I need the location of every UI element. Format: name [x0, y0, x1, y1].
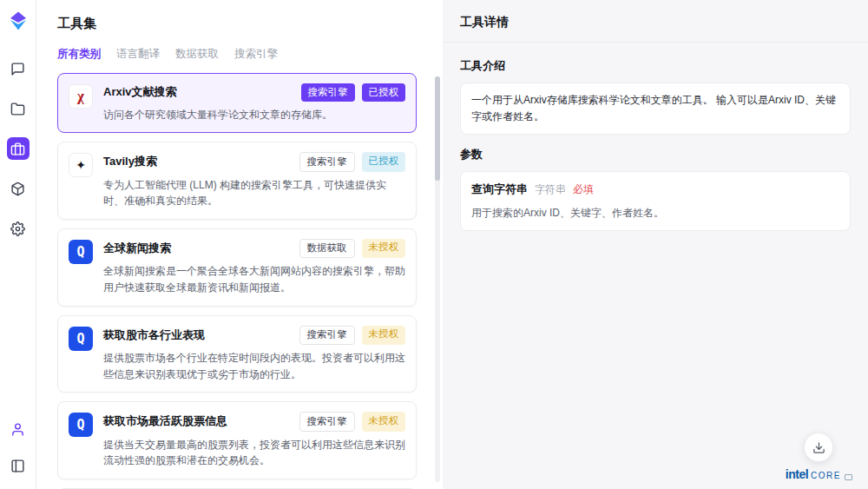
app-window: 工具集 所有类别 语言翻译 数据获取 搜索引擎 χ Arxiv文献搜索 搜索引擎…	[0, 0, 868, 489]
tool-card-tavily[interactable]: ✦ Tavily搜索 搜索引擎 已授权 专为人工智能代理 (LLM) 构建的搜索…	[57, 142, 417, 220]
category-badge: 搜索引擎	[299, 152, 355, 172]
sidebar-item-settings[interactable]	[7, 217, 30, 240]
auth-status-badge: 已授权	[362, 152, 406, 172]
tool-card-body: Arxiv文献搜索 搜索引擎 已授权 访问各个研究领域大量科学论文和文章的存储库…	[103, 83, 405, 122]
category-badge: 搜索引擎	[299, 412, 355, 432]
tool-name: Tavily搜索	[103, 154, 157, 169]
download-button[interactable]	[804, 433, 833, 462]
download-icon	[812, 441, 825, 454]
tool-description: 提供当天交易量最高的股票列表，投资者可以利用这些信息来识别流动性强的股票和潜在的…	[103, 437, 405, 469]
tool-description: 全球新闻搜索是一个聚合全球各大新闻网站内容的搜索引擎，帮助用户快速获取全球最新资…	[103, 263, 405, 295]
tab-search-engine[interactable]: 搜索引擎	[234, 47, 278, 62]
tool-card-list: χ Arxiv文献搜索 搜索引擎 已授权 访问各个研究领域大量科学论文和文章的存…	[36, 73, 443, 489]
intel-chip-mark	[845, 474, 852, 480]
tool-name: Arxiv文献搜索	[103, 84, 177, 100]
rail-bottom	[7, 418, 30, 477]
sidebar-item-files[interactable]	[7, 97, 30, 120]
intro-section-title: 工具介绍	[460, 58, 851, 74]
param-required-flag: 必填	[573, 182, 594, 198]
params-section-title: 参数	[460, 147, 851, 162]
intel-brand-text: intel	[786, 468, 808, 480]
tool-name: 获取股市各行业表现	[103, 327, 205, 343]
scrollbar-thumb[interactable]	[435, 76, 440, 181]
param-description: 用于搜索的Arxiv ID、关键字、作者姓名。	[471, 205, 839, 221]
tool-card-sector-performance[interactable]: Q 获取股市各行业表现 搜索引擎 未授权 提供股票市场各个行业在特定时间段内的表…	[57, 315, 417, 393]
page-title: 工具集	[36, 0, 443, 32]
tool-card-arxiv[interactable]: χ Arxiv文献搜索 搜索引擎 已授权 访问各个研究领域大量科学论文和文章的存…	[57, 73, 417, 133]
tool-card-body: 全球新闻搜索 数据获取 未授权 全球新闻搜索是一个聚合全球各大新闻网站内容的搜索…	[103, 239, 405, 296]
category-badge: 搜索引擎	[299, 326, 355, 346]
stock-service-logo-icon: Q	[69, 327, 93, 351]
intel-core-logo: intel CORE	[786, 468, 852, 480]
list-scrollbar	[435, 76, 440, 482]
auth-status-badge: 未授权	[362, 239, 406, 259]
news-service-logo-icon: Q	[69, 240, 93, 264]
intel-core-text: CORE	[811, 471, 841, 480]
box-icon	[10, 182, 25, 196]
tab-all-categories[interactable]: 所有类别	[57, 47, 101, 62]
detail-title: 工具详情	[443, 0, 868, 43]
tool-name: 获取市场最活跃股票信息	[103, 413, 227, 429]
intro-text: 一个用于从Arxiv存储库搜索科学论文和文章的工具。 输入可以是Arxiv ID…	[471, 94, 836, 122]
tab-translation[interactable]: 语言翻译	[116, 47, 160, 62]
tool-card-body: Tavily搜索 搜索引擎 已授权 专为人工智能代理 (LLM) 构建的搜索引擎…	[103, 152, 405, 209]
category-tabs: 所有类别 语言翻译 数据获取 搜索引擎	[36, 32, 443, 73]
folder-icon	[10, 102, 25, 116]
tool-name: 全球新闻搜索	[103, 241, 171, 256]
auth-status-badge: 未授权	[362, 326, 406, 346]
tool-card-global-news[interactable]: Q 全球新闻搜索 数据获取 未授权 全球新闻搜索是一个聚合全球各大新闻网站内容的…	[57, 228, 417, 307]
arxiv-logo-icon: χ	[69, 84, 93, 109]
gear-icon	[10, 221, 25, 236]
tool-card-body: 获取市场最活跃股票信息 搜索引擎 未授权 提供当天交易量最高的股票列表，投资者可…	[103, 412, 405, 469]
tool-description: 访问各个研究领域大量科学论文和文章的存储库。	[103, 107, 405, 123]
tool-description: 专为人工智能代理 (LLM) 构建的搜索引擎工具，可快速提供实时、准确和真实的结…	[103, 177, 405, 209]
panel-icon	[10, 459, 25, 473]
sidebar-item-account[interactable]	[7, 418, 30, 440]
rail-nav	[7, 57, 30, 240]
gem-logo-icon	[8, 10, 29, 31]
tool-detail-panel: 工具详情 工具介绍 一个用于从Arxiv存储库搜索科学论文和文章的工具。 输入可…	[443, 0, 868, 489]
user-icon	[10, 422, 25, 437]
param-type: 字符串	[535, 182, 566, 198]
tool-description: 提供股票市场各个行业在特定时间段内的表现。投资者可以利用这些信息来识别表现优于或…	[103, 350, 405, 382]
sidebar-item-collapse[interactable]	[7, 454, 30, 477]
chat-icon	[10, 62, 25, 76]
stock-service-logo-icon: Q	[69, 413, 93, 437]
category-badge: 搜索引擎	[301, 83, 355, 102]
tab-data-fetch[interactable]: 数据获取	[175, 47, 219, 62]
tool-card-most-active-stocks[interactable]: Q 获取市场最活跃股票信息 搜索引擎 未授权 提供当天交易量最高的股票列表，投资…	[57, 401, 417, 479]
sidebar-item-tools[interactable]	[7, 137, 30, 160]
floating-controls: intel CORE	[786, 433, 852, 480]
briefcase-icon	[10, 142, 25, 156]
app-logo	[8, 10, 29, 31]
auth-status-badge: 已授权	[362, 83, 406, 102]
tool-list-panel: 工具集 所有类别 语言翻译 数据获取 搜索引擎 χ Arxiv文献搜索 搜索引擎…	[36, 0, 443, 489]
category-badge: 数据获取	[299, 239, 355, 259]
icon-rail	[0, 0, 36, 489]
sparkle-icon: ✦	[69, 153, 93, 177]
intro-card: 一个用于从Arxiv存储库搜索科学论文和文章的工具。 输入可以是Arxiv ID…	[460, 83, 851, 135]
tool-card-body: 获取股市各行业表现 搜索引擎 未授权 提供股票市场各个行业在特定时间段内的表现。…	[103, 326, 405, 383]
auth-status-badge: 未授权	[362, 412, 406, 432]
sidebar-item-chat[interactable]	[7, 57, 30, 80]
param-name: 查询字符串	[471, 181, 528, 199]
detail-body: 工具介绍 一个用于从Arxiv存储库搜索科学论文和文章的工具。 输入可以是Arx…	[443, 43, 868, 248]
param-card: 查询字符串 字符串 必填 用于搜索的Arxiv ID、关键字、作者姓名。	[460, 171, 851, 231]
sidebar-item-packages[interactable]	[7, 177, 30, 200]
